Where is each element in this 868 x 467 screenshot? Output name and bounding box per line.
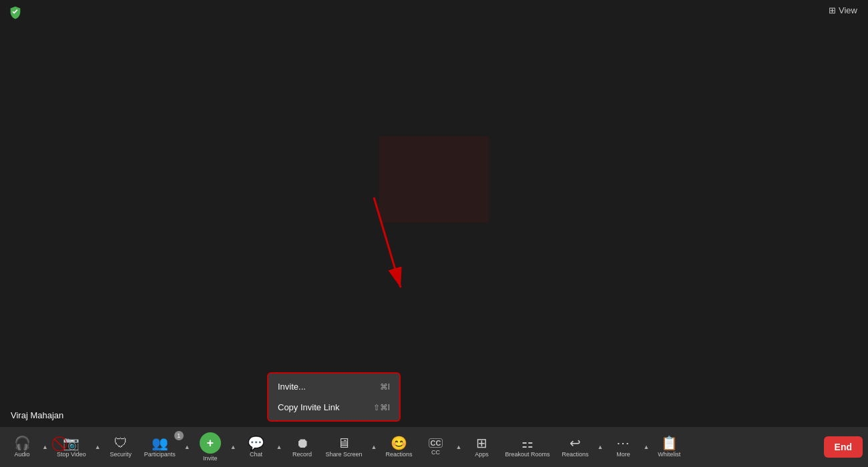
user-name-label: Viraj Mahajan	[11, 410, 63, 420]
audio-chevron-btn[interactable]: ▲	[40, 441, 50, 453]
whitelist-icon: 📋	[661, 436, 678, 450]
view-button[interactable]: ⊞ View	[829, 5, 857, 15]
toolbar-chat[interactable]: 💬 Chat	[240, 434, 273, 460]
end-button[interactable]: End	[824, 436, 863, 458]
toolbar-security[interactable]: 🛡 Security	[104, 434, 138, 460]
toolbar-more[interactable]: ⋯ More	[606, 434, 640, 460]
chat-chevron-icon: ▲	[276, 444, 282, 450]
video-icon: 📷 ⃠	[63, 436, 79, 450]
toolbar-invite[interactable]: + Invite	[194, 430, 227, 464]
shield-icon	[8, 5, 23, 23]
more-label: More	[616, 451, 630, 458]
toolbar-video[interactable]: 📷 ⃠ Stop Video	[51, 434, 91, 460]
audio-label: Audio	[14, 451, 29, 458]
invite-menu-item[interactable]: Invite... ⌘I	[268, 376, 399, 397]
cc-chevron-icon: ▲	[456, 444, 462, 450]
participants-count-badge: 1	[174, 431, 184, 440]
top-bar: ⊞ View	[818, 0, 868, 21]
toolbar-cc[interactable]: CC CC	[419, 436, 453, 458]
participants-icon: 👥	[152, 436, 168, 450]
toolbar-more-reactions[interactable]: ↩ Reactions	[556, 434, 594, 460]
audio-icon: 🎧	[14, 436, 31, 450]
cc-chevron-btn[interactable]: ▲	[454, 441, 464, 453]
more-reactions-chevron-icon: ▲	[598, 444, 604, 450]
more-reactions-chevron-btn[interactable]: ▲	[596, 441, 606, 453]
whitelist-label: Whitelist	[658, 451, 680, 458]
toolbar-whitelist[interactable]: 📋 Whitelist	[652, 434, 686, 460]
share-chevron-icon: ▲	[371, 444, 377, 450]
video-area	[0, 0, 868, 427]
security-label: Security	[110, 451, 132, 458]
chat-chevron-btn[interactable]: ▲	[274, 441, 284, 453]
toolbar-participants[interactable]: 👥 Participants 1	[139, 434, 181, 460]
invite-chevron-icon: ▲	[230, 444, 236, 450]
record-label: Record	[292, 451, 312, 458]
security-shield-icon: 🛡	[114, 436, 128, 450]
video-label: Stop Video	[57, 451, 86, 458]
share-icon: 🖥	[337, 436, 351, 450]
video-thumbnail	[379, 136, 489, 223]
reactions-icon: 😊	[391, 436, 407, 450]
more-reactions-label: Reactions	[562, 451, 588, 458]
more-chevron-btn[interactable]: ▲	[641, 441, 651, 453]
invite-shortcut: ⌘I	[380, 382, 390, 392]
context-menu: Invite... ⌘I Copy Invite Link ⇧⌘I	[267, 372, 401, 422]
more-reactions-icon: ↩	[570, 436, 581, 450]
toolbar-reactions[interactable]: 😊 Reactions	[380, 434, 417, 460]
breakout-icon: ⚏	[521, 436, 533, 450]
audio-chevron-icon: ▲	[42, 444, 48, 450]
bottom-toolbar: 🎧 Audio ▲ 📷 ⃠ Stop Video ▲ 🛡 Security 👥 …	[0, 427, 868, 467]
apps-icon: ⊞	[476, 436, 487, 450]
copy-invite-shortcut: ⇧⌘I	[373, 403, 390, 412]
invite-toolbar-label: Invite	[203, 455, 218, 462]
participants-chevron-btn[interactable]: ▲	[182, 441, 192, 453]
toolbar-record[interactable]: ⏺ Record	[286, 434, 319, 460]
apps-label: Apps	[475, 451, 489, 458]
view-label: View	[839, 5, 857, 15]
cc-icon: CC	[429, 438, 443, 448]
share-label: Share Screen	[326, 451, 363, 458]
share-chevron-btn[interactable]: ▲	[369, 441, 379, 453]
more-icon: ⋯	[616, 436, 630, 450]
copy-invite-link-label: Copy Invite Link	[278, 402, 340, 412]
more-chevron-icon: ▲	[643, 444, 649, 450]
copy-invite-link-item[interactable]: Copy Invite Link ⇧⌘I	[268, 397, 399, 418]
chat-label: Chat	[250, 451, 262, 458]
participants-label: Participants	[144, 451, 176, 458]
grid-icon: ⊞	[829, 5, 836, 15]
invite-chevron-btn[interactable]: ▲	[228, 441, 238, 453]
reactions-label: Reactions	[385, 451, 412, 458]
chat-icon: 💬	[248, 436, 264, 450]
participants-chevron-icon: ▲	[184, 444, 190, 450]
record-icon: ⏺	[296, 436, 309, 450]
video-chevron-btn[interactable]: ▲	[93, 441, 103, 453]
invite-label: Invite...	[278, 382, 306, 392]
toolbar-breakout[interactable]: ⚏ Breakout Rooms	[499, 434, 555, 460]
toolbar-apps[interactable]: ⊞ Apps	[465, 434, 498, 460]
video-chevron-icon: ▲	[95, 444, 101, 450]
toolbar-share[interactable]: 🖥 Share Screen	[320, 434, 368, 460]
toolbar-audio[interactable]: 🎧 Audio	[5, 434, 39, 460]
cc-label-text: CC	[431, 449, 440, 456]
breakout-label: Breakout Rooms	[505, 451, 550, 458]
invite-plus-icon: +	[200, 432, 221, 454]
